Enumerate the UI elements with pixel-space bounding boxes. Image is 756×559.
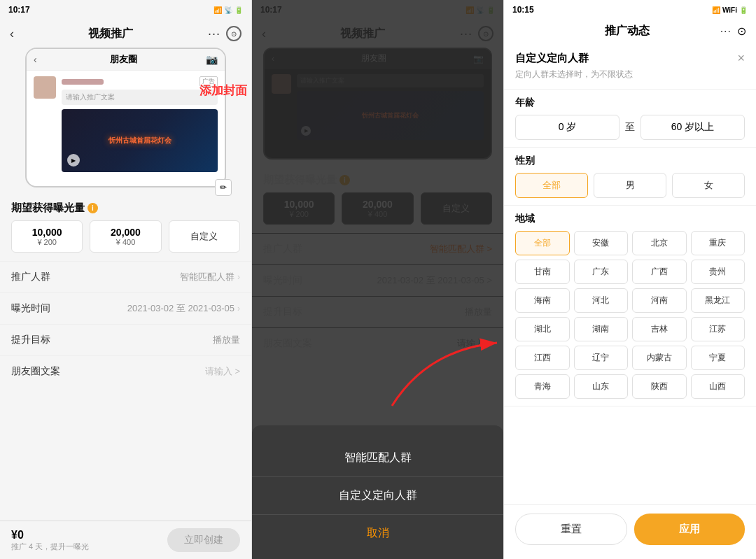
time-left: 10:17: [8, 5, 30, 15]
region-hebei-btn[interactable]: 河北: [574, 288, 629, 313]
region-guangdong-btn[interactable]: 广东: [574, 260, 629, 284]
region-anhui-btn[interactable]: 安徽: [574, 231, 629, 255]
apply-button[interactable]: 应用: [634, 514, 745, 545]
exp-amount-left-2: 20,000: [96, 227, 155, 238]
right-header: 推广动态 ··· ⊙: [504, 20, 756, 43]
region-neimenggu-btn[interactable]: 内蒙古: [632, 346, 687, 370]
edit-icon-left[interactable]: ✏: [215, 179, 232, 196]
close-button-right[interactable]: ×: [737, 51, 745, 66]
row-value-target-left: 播放量: [213, 334, 240, 346]
overlay-menu-middle: 智能匹配人群 自定义定向人群 取消: [252, 425, 503, 559]
gender-row: 全部 男 女: [515, 173, 745, 198]
section-title-left: 期望获得曝光量 i: [0, 193, 251, 220]
row-label-crowd-left: 推广人群: [11, 271, 50, 283]
row-time-left[interactable]: 曝光时间 2021-03-02 至 2021-03-05 ›: [0, 292, 251, 324]
status-bar-left: 10:17 📶 📡 🔋: [0, 0, 251, 20]
exp-price-left-1: ¥ 200: [18, 238, 76, 246]
signal-icon-right: 📶: [712, 6, 720, 14]
battery-icon: 🔋: [234, 6, 243, 14]
bottom-price-area-left: ¥0 推广 4 天，提升一曝光: [11, 529, 89, 552]
row-value-copy-left: 请输入 >: [205, 365, 240, 378]
exposure-custom-left[interactable]: 自定义: [169, 220, 240, 253]
row-crowd-left[interactable]: 推广人群 智能匹配人群 ›: [0, 261, 251, 292]
region-jiangxi-btn[interactable]: 江西: [515, 346, 570, 370]
more-options-right[interactable]: ···: [720, 25, 732, 38]
region-guizhou-btn[interactable]: 贵州: [691, 260, 746, 284]
region-ningxia-btn[interactable]: 宁夏: [691, 346, 746, 370]
custom-crowd-section: 自定义定向人群 × 定向人群未选择时，为不限状态: [504, 43, 756, 90]
inner-title-left: 朋友圈: [41, 53, 206, 66]
gender-female-btn[interactable]: 女: [672, 173, 745, 198]
age-min-input[interactable]: 0 岁: [515, 115, 620, 140]
info-icon-left[interactable]: i: [88, 203, 98, 213]
record-button-right[interactable]: ⊙: [737, 24, 746, 38]
status-icons-left: 📶 📡 🔋: [214, 6, 243, 14]
post-image-left: 忻州古城首届花灯会 ▶: [62, 109, 218, 172]
nav-title-right: 推广动态: [605, 24, 650, 38]
signal-icon: 📶: [214, 6, 222, 14]
dark-overlay-middle: 智能匹配人群 自定义定向人群 取消: [252, 0, 503, 559]
region-hubei-btn[interactable]: 湖北: [515, 317, 570, 341]
wifi-icon-right: WiFi: [722, 6, 737, 14]
gender-all-btn[interactable]: 全部: [515, 173, 588, 198]
region-shaanxi-btn[interactable]: 陕西: [632, 374, 687, 399]
exposure-20k-left[interactable]: 20,000 ¥ 400: [90, 220, 161, 253]
menu-custom-crowd[interactable]: 自定义定向人群: [252, 477, 503, 515]
exposure-10k-left[interactable]: 10,000 ¥ 200: [11, 220, 83, 253]
custom-crowd-subtitle: 定向人群未选择时，为不限状态: [515, 69, 745, 80]
status-bar-right: 10:15 📶 WiFi 🔋: [504, 0, 756, 20]
camera-icon-left: 📷: [206, 54, 218, 65]
row-label-target-left: 提升目标: [11, 334, 50, 346]
row-label-copy-left: 朋友圈文案: [11, 365, 60, 378]
region-qinghai-btn[interactable]: 青海: [515, 374, 570, 399]
more-options-left[interactable]: ···: [208, 27, 220, 41]
region-gannan-btn[interactable]: 甘南: [515, 260, 570, 284]
time-right: 10:15: [512, 5, 534, 15]
region-shanxi-btn[interactable]: 山西: [691, 374, 746, 399]
battery-icon-right: 🔋: [739, 6, 748, 14]
status-icons-right: 📶 WiFi 🔋: [712, 6, 748, 14]
region-henan-btn[interactable]: 河南: [632, 288, 687, 313]
gender-filter-section: 性别 全部 男 女: [504, 148, 756, 206]
region-filter-section: 地域 全部 安徽 北京 重庆 甘南 广东 广西 贵州 海南 河北 河南 黑龙江 …: [504, 206, 756, 406]
row-label-time-left: 曝光时间: [11, 302, 50, 315]
inner-nav-left: ‹ 朋友圈 📷: [27, 49, 225, 71]
wifi-icon: 📡: [224, 6, 232, 14]
phone-preview-left: ‹ 朋友圈 📷 广告 请输入推广文案 忻州古城首届花灯会 ▶: [25, 48, 226, 187]
region-all-btn[interactable]: 全部: [515, 231, 570, 255]
left-panel: 10:17 📶 📡 🔋 ‹ 视频推广 ··· ⊙ ‹ 朋友圈 📷: [0, 0, 252, 559]
region-shandong-btn[interactable]: 山东: [574, 374, 629, 399]
region-beijing-btn[interactable]: 北京: [632, 231, 687, 255]
right-panel: 10:15 📶 WiFi 🔋 推广动态 ··· ⊙ 自定义定向人群 × 定向人群…: [504, 0, 756, 559]
region-heilongjiang-btn[interactable]: 黑龙江: [691, 288, 746, 313]
nav-icons-left: ··· ⊙: [208, 26, 241, 41]
phone-preview-container-left: ‹ 朋友圈 📷 广告 请输入推广文案 忻州古城首届花灯会 ▶: [11, 48, 240, 187]
region-hunan-btn[interactable]: 湖南: [574, 317, 629, 341]
gender-filter-label: 性别: [515, 155, 745, 167]
region-hainan-btn[interactable]: 海南: [515, 288, 570, 313]
region-guangxi-btn[interactable]: 广西: [632, 260, 687, 284]
create-button-left[interactable]: 立即创建: [167, 528, 240, 552]
chevron-crowd-left: ›: [237, 272, 240, 282]
row-value-time-left: 2021-03-02 至 2021-03-05 ›: [127, 302, 240, 315]
middle-panel: 10:17 📶 📡 🔋 ‹ 视频推广 ··· ⊙ ‹ 朋友圈 📷 请输入推广文案…: [252, 0, 504, 559]
avatar-left: [34, 76, 56, 99]
chevron-time-left: ›: [237, 304, 240, 313]
reset-button[interactable]: 重置: [515, 514, 627, 545]
menu-cancel[interactable]: 取消: [252, 515, 503, 552]
age-filter-label: 年龄: [515, 97, 745, 109]
back-button-left[interactable]: ‹: [10, 27, 14, 41]
region-chongqing-btn[interactable]: 重庆: [691, 231, 746, 255]
inner-back-left: ‹: [34, 54, 37, 65]
record-button-left[interactable]: ⊙: [226, 26, 241, 41]
region-jilin-btn[interactable]: 吉林: [632, 317, 687, 341]
age-row: 0 岁 至 60 岁以上: [515, 115, 745, 140]
gender-male-btn[interactable]: 男: [594, 173, 666, 198]
menu-smart-match[interactable]: 智能匹配人群: [252, 439, 503, 477]
row-copy-left[interactable]: 朋友圈文案 请输入 >: [0, 355, 251, 387]
play-button-left: ▶: [67, 154, 80, 167]
age-max-input[interactable]: 60 岁以上: [640, 115, 745, 140]
row-target-left[interactable]: 提升目标 播放量: [0, 324, 251, 355]
region-liaoning-btn[interactable]: 辽宁: [574, 346, 629, 370]
region-jiangsu-btn[interactable]: 江苏: [691, 317, 746, 341]
